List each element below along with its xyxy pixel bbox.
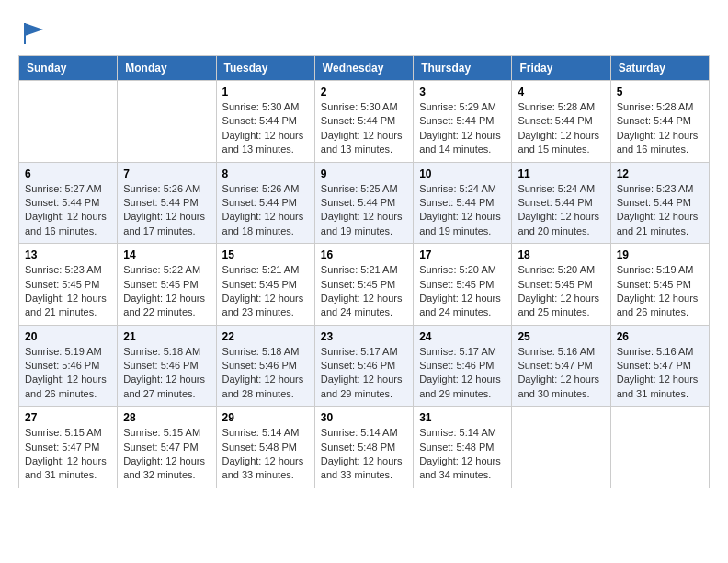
day-header-friday: Friday bbox=[512, 56, 610, 81]
day-number: 12 bbox=[617, 167, 703, 180]
calendar-cell: 27Sunrise: 5:15 AMSunset: 5:47 PMDayligh… bbox=[19, 407, 118, 488]
calendar-cell bbox=[19, 81, 118, 163]
day-number: 31 bbox=[419, 411, 506, 424]
day-number: 19 bbox=[617, 248, 703, 261]
day-number: 9 bbox=[321, 167, 407, 180]
calendar-cell: 25Sunrise: 5:16 AMSunset: 5:47 PMDayligh… bbox=[512, 325, 610, 407]
day-header-monday: Monday bbox=[118, 56, 216, 81]
calendar-cell: 18Sunrise: 5:20 AMSunset: 5:45 PMDayligh… bbox=[512, 244, 610, 326]
day-number: 24 bbox=[419, 330, 506, 343]
day-number: 21 bbox=[123, 330, 210, 343]
day-header-tuesday: Tuesday bbox=[216, 56, 314, 81]
day-info: Sunrise: 5:19 AMSunset: 5:45 PMDaylight:… bbox=[617, 263, 703, 320]
day-info: Sunrise: 5:14 AMSunset: 5:48 PMDaylight:… bbox=[419, 426, 506, 483]
day-info: Sunrise: 5:26 AMSunset: 5:44 PMDaylight:… bbox=[222, 182, 309, 239]
calendar-cell: 24Sunrise: 5:17 AMSunset: 5:46 PMDayligh… bbox=[414, 325, 512, 407]
calendar-cell bbox=[512, 407, 610, 488]
calendar-week-row: 1Sunrise: 5:30 AMSunset: 5:44 PMDaylight… bbox=[19, 81, 710, 163]
day-info: Sunrise: 5:14 AMSunset: 5:48 PMDaylight:… bbox=[321, 426, 407, 483]
day-number: 25 bbox=[518, 330, 604, 343]
day-number: 1 bbox=[222, 86, 309, 98]
calendar-cell: 1Sunrise: 5:30 AMSunset: 5:44 PMDaylight… bbox=[216, 81, 314, 163]
calendar-cell bbox=[118, 81, 216, 163]
day-number: 8 bbox=[222, 167, 309, 180]
day-number: 26 bbox=[617, 330, 703, 343]
day-info: Sunrise: 5:26 AMSunset: 5:44 PMDaylight:… bbox=[123, 182, 210, 239]
day-number: 16 bbox=[321, 248, 407, 261]
day-info: Sunrise: 5:24 AMSunset: 5:44 PMDaylight:… bbox=[518, 182, 604, 239]
day-info: Sunrise: 5:23 AMSunset: 5:45 PMDaylight:… bbox=[25, 263, 111, 320]
calendar-cell: 4Sunrise: 5:28 AMSunset: 5:44 PMDaylight… bbox=[512, 81, 610, 163]
day-number: 20 bbox=[25, 330, 111, 343]
page-header bbox=[18, 18, 710, 46]
calendar-cell bbox=[610, 407, 709, 488]
calendar-cell: 3Sunrise: 5:29 AMSunset: 5:44 PMDaylight… bbox=[414, 81, 512, 163]
day-info: Sunrise: 5:24 AMSunset: 5:44 PMDaylight:… bbox=[419, 182, 506, 239]
calendar-cell: 9Sunrise: 5:25 AMSunset: 5:44 PMDaylight… bbox=[314, 162, 413, 244]
day-info: Sunrise: 5:15 AMSunset: 5:47 PMDaylight:… bbox=[25, 426, 111, 483]
logo-flag-icon bbox=[20, 18, 48, 46]
day-number: 23 bbox=[321, 330, 407, 343]
day-info: Sunrise: 5:23 AMSunset: 5:44 PMDaylight:… bbox=[617, 182, 703, 239]
calendar-cell: 11Sunrise: 5:24 AMSunset: 5:44 PMDayligh… bbox=[512, 162, 610, 244]
day-info: Sunrise: 5:15 AMSunset: 5:47 PMDaylight:… bbox=[123, 426, 210, 483]
day-info: Sunrise: 5:28 AMSunset: 5:44 PMDaylight:… bbox=[518, 100, 604, 157]
calendar-cell: 17Sunrise: 5:20 AMSunset: 5:45 PMDayligh… bbox=[414, 244, 512, 326]
calendar-cell: 5Sunrise: 5:28 AMSunset: 5:44 PMDaylight… bbox=[610, 81, 709, 163]
calendar-cell: 7Sunrise: 5:26 AMSunset: 5:44 PMDaylight… bbox=[118, 162, 216, 244]
day-info: Sunrise: 5:16 AMSunset: 5:47 PMDaylight:… bbox=[617, 345, 703, 402]
calendar-cell: 13Sunrise: 5:23 AMSunset: 5:45 PMDayligh… bbox=[19, 244, 118, 326]
logo bbox=[18, 18, 48, 46]
calendar-header-row: SundayMondayTuesdayWednesdayThursdayFrid… bbox=[19, 56, 710, 81]
day-number: 22 bbox=[222, 330, 309, 343]
day-info: Sunrise: 5:20 AMSunset: 5:45 PMDaylight:… bbox=[419, 263, 506, 320]
day-info: Sunrise: 5:21 AMSunset: 5:45 PMDaylight:… bbox=[321, 263, 407, 320]
calendar-cell: 26Sunrise: 5:16 AMSunset: 5:47 PMDayligh… bbox=[610, 325, 709, 407]
calendar-cell: 20Sunrise: 5:19 AMSunset: 5:46 PMDayligh… bbox=[19, 325, 118, 407]
day-info: Sunrise: 5:30 AMSunset: 5:44 PMDaylight:… bbox=[321, 100, 407, 157]
day-number: 15 bbox=[222, 248, 309, 261]
day-header-thursday: Thursday bbox=[414, 56, 512, 81]
calendar-cell: 8Sunrise: 5:26 AMSunset: 5:44 PMDaylight… bbox=[216, 162, 314, 244]
calendar-cell: 21Sunrise: 5:18 AMSunset: 5:46 PMDayligh… bbox=[118, 325, 216, 407]
day-info: Sunrise: 5:21 AMSunset: 5:45 PMDaylight:… bbox=[222, 263, 309, 320]
day-number: 29 bbox=[222, 411, 309, 424]
calendar-cell: 2Sunrise: 5:30 AMSunset: 5:44 PMDaylight… bbox=[314, 81, 413, 163]
calendar-cell: 29Sunrise: 5:14 AMSunset: 5:48 PMDayligh… bbox=[216, 407, 314, 488]
day-number: 27 bbox=[25, 411, 111, 424]
calendar-table: SundayMondayTuesdayWednesdayThursdayFrid… bbox=[18, 55, 710, 488]
day-header-sunday: Sunday bbox=[19, 56, 118, 81]
calendar-cell: 23Sunrise: 5:17 AMSunset: 5:46 PMDayligh… bbox=[314, 325, 413, 407]
calendar-cell: 31Sunrise: 5:14 AMSunset: 5:48 PMDayligh… bbox=[414, 407, 512, 488]
calendar-cell: 28Sunrise: 5:15 AMSunset: 5:47 PMDayligh… bbox=[118, 407, 216, 488]
day-number: 14 bbox=[123, 248, 210, 261]
calendar-week-row: 6Sunrise: 5:27 AMSunset: 5:44 PMDaylight… bbox=[19, 162, 710, 244]
calendar-cell: 19Sunrise: 5:19 AMSunset: 5:45 PMDayligh… bbox=[610, 244, 709, 326]
calendar-cell: 10Sunrise: 5:24 AMSunset: 5:44 PMDayligh… bbox=[414, 162, 512, 244]
day-number: 28 bbox=[123, 411, 210, 424]
day-number: 13 bbox=[25, 248, 111, 261]
day-info: Sunrise: 5:29 AMSunset: 5:44 PMDaylight:… bbox=[419, 100, 506, 157]
day-info: Sunrise: 5:18 AMSunset: 5:46 PMDaylight:… bbox=[123, 345, 210, 402]
day-number: 18 bbox=[518, 248, 604, 261]
day-info: Sunrise: 5:28 AMSunset: 5:44 PMDaylight:… bbox=[617, 100, 703, 157]
day-info: Sunrise: 5:16 AMSunset: 5:47 PMDaylight:… bbox=[518, 345, 604, 402]
calendar-cell: 30Sunrise: 5:14 AMSunset: 5:48 PMDayligh… bbox=[314, 407, 413, 488]
calendar-week-row: 20Sunrise: 5:19 AMSunset: 5:46 PMDayligh… bbox=[19, 325, 710, 407]
day-info: Sunrise: 5:14 AMSunset: 5:48 PMDaylight:… bbox=[222, 426, 309, 483]
calendar-cell: 15Sunrise: 5:21 AMSunset: 5:45 PMDayligh… bbox=[216, 244, 314, 326]
day-number: 2 bbox=[321, 86, 407, 98]
day-info: Sunrise: 5:27 AMSunset: 5:44 PMDaylight:… bbox=[25, 182, 111, 239]
calendar-cell: 12Sunrise: 5:23 AMSunset: 5:44 PMDayligh… bbox=[610, 162, 709, 244]
calendar-week-row: 13Sunrise: 5:23 AMSunset: 5:45 PMDayligh… bbox=[19, 244, 710, 326]
calendar-week-row: 27Sunrise: 5:15 AMSunset: 5:47 PMDayligh… bbox=[19, 407, 710, 488]
day-number: 6 bbox=[25, 167, 111, 180]
day-header-saturday: Saturday bbox=[610, 56, 709, 81]
day-number: 5 bbox=[617, 86, 703, 98]
day-header-wednesday: Wednesday bbox=[314, 56, 413, 81]
day-number: 10 bbox=[419, 167, 506, 180]
day-number: 3 bbox=[419, 86, 506, 98]
calendar-cell: 6Sunrise: 5:27 AMSunset: 5:44 PMDaylight… bbox=[19, 162, 118, 244]
calendar-cell: 16Sunrise: 5:21 AMSunset: 5:45 PMDayligh… bbox=[314, 244, 413, 326]
day-info: Sunrise: 5:22 AMSunset: 5:45 PMDaylight:… bbox=[123, 263, 210, 320]
